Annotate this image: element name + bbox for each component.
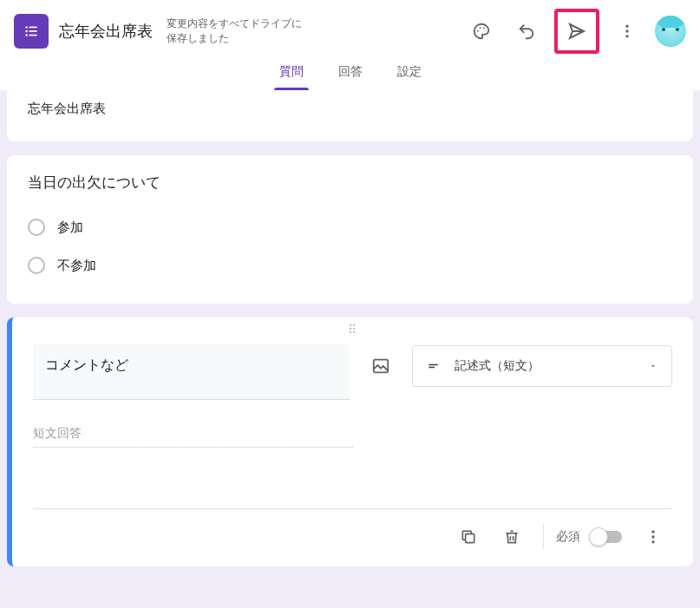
more-button[interactable] bbox=[610, 14, 644, 49]
drag-handle-icon[interactable]: ⠿ bbox=[348, 323, 358, 337]
question-type-label: 記述式（短文） bbox=[455, 358, 540, 374]
form-title-card[interactable]: 忘年会出席表 bbox=[7, 90, 693, 141]
add-image-button[interactable] bbox=[363, 349, 398, 383]
duplicate-button[interactable] bbox=[449, 518, 487, 556]
footer-divider bbox=[543, 525, 544, 549]
radio-option[interactable]: 不参加 bbox=[28, 248, 672, 286]
attendance-question-card[interactable]: 当日の出欠について 参加 不参加 bbox=[7, 155, 693, 304]
svg-point-21 bbox=[651, 540, 654, 543]
theme-button[interactable] bbox=[464, 14, 499, 49]
svg-rect-14 bbox=[429, 364, 438, 366]
form-title[interactable]: 忘年会出席表 bbox=[59, 21, 153, 42]
undo-icon bbox=[517, 22, 536, 41]
svg-point-12 bbox=[625, 35, 628, 37]
image-icon bbox=[371, 356, 390, 376]
tab-settings[interactable]: 設定 bbox=[392, 56, 427, 90]
svg-rect-16 bbox=[466, 534, 474, 543]
short-answer-placeholder: 短文回答 bbox=[33, 426, 353, 448]
save-status: 変更内容をすべてドライブに 保存しました bbox=[167, 16, 302, 46]
question-title-input[interactable] bbox=[33, 343, 350, 400]
save-status-line1: 変更内容をすべてドライブに bbox=[167, 16, 302, 31]
svg-rect-2 bbox=[25, 30, 28, 33]
svg-point-20 bbox=[651, 535, 654, 538]
palette-icon bbox=[472, 22, 491, 41]
question-card-footer: 必須 bbox=[33, 508, 672, 556]
svg-rect-0 bbox=[25, 26, 28, 29]
question-edit-row: 記述式（短文） bbox=[33, 343, 672, 400]
chevron-down-icon bbox=[649, 359, 657, 373]
svg-point-19 bbox=[651, 531, 654, 533]
undo-button[interactable] bbox=[509, 14, 544, 49]
header-toolbar: 忘年会出席表 変更内容をすべてドライブに 保存しました bbox=[14, 7, 686, 56]
svg-point-6 bbox=[477, 30, 479, 32]
app-header: 忘年会出席表 変更内容をすべてドライブに 保存しました 質問 回答 設定 bbox=[0, 0, 700, 90]
more-vert-icon bbox=[644, 528, 662, 546]
delete-button[interactable] bbox=[493, 518, 531, 556]
send-button-highlight bbox=[554, 9, 599, 54]
tab-bar: 質問 回答 設定 bbox=[14, 56, 686, 90]
forms-logo-icon[interactable] bbox=[14, 14, 49, 49]
form-canvas: 忘年会出席表 当日の出欠について 参加 不参加 ⠿ 記述式（短文） bbox=[0, 90, 700, 591]
svg-rect-1 bbox=[29, 27, 37, 29]
svg-rect-3 bbox=[29, 30, 37, 32]
svg-rect-5 bbox=[29, 35, 37, 36]
svg-point-10 bbox=[625, 25, 628, 28]
more-vert-icon bbox=[618, 23, 636, 40]
copy-icon bbox=[460, 528, 477, 546]
short-text-icon bbox=[427, 358, 442, 374]
tab-responses[interactable]: 回答 bbox=[333, 56, 368, 90]
svg-point-8 bbox=[483, 27, 485, 29]
svg-point-7 bbox=[480, 27, 481, 29]
trash-icon bbox=[503, 528, 520, 546]
svg-rect-15 bbox=[429, 367, 435, 369]
send-button[interactable] bbox=[559, 14, 594, 49]
radio-option[interactable]: 参加 bbox=[28, 210, 672, 248]
question-type-select[interactable]: 記述式（短文） bbox=[412, 345, 672, 387]
radio-icon bbox=[28, 257, 45, 274]
user-avatar[interactable] bbox=[655, 16, 686, 47]
svg-rect-4 bbox=[25, 34, 28, 36]
radio-label: 参加 bbox=[57, 219, 83, 236]
required-label: 必須 bbox=[556, 529, 580, 545]
save-status-line2: 保存しました bbox=[167, 31, 302, 46]
required-toggle[interactable] bbox=[591, 531, 622, 543]
send-icon bbox=[566, 21, 587, 42]
editing-question-card[interactable]: ⠿ 記述式（短文） 短文回答 必須 bbox=[7, 317, 693, 566]
svg-point-11 bbox=[625, 29, 628, 32]
radio-icon bbox=[28, 219, 45, 236]
radio-label: 不参加 bbox=[57, 258, 96, 274]
question-more-button[interactable] bbox=[634, 518, 672, 556]
attendance-heading: 当日の出欠について bbox=[28, 173, 672, 193]
tab-questions[interactable]: 質問 bbox=[274, 56, 309, 90]
form-title-text: 忘年会出席表 bbox=[28, 101, 672, 124]
